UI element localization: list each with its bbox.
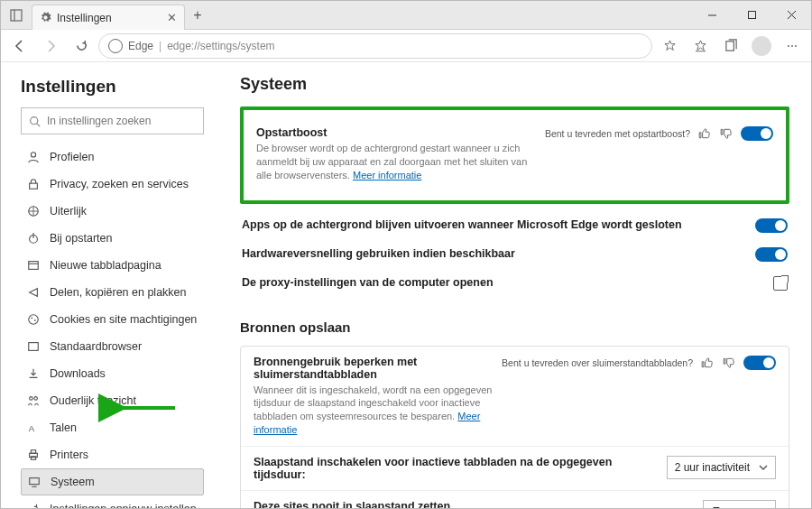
svg-text:A: A xyxy=(29,423,35,433)
svg-line-9 xyxy=(37,123,40,125)
nav-share-copy[interactable]: Delen, kopiëren en plakken xyxy=(21,279,204,306)
thumbs-down-icon[interactable] xyxy=(719,126,734,141)
minimize-button[interactable] xyxy=(692,1,732,29)
new-tab-button[interactable]: + xyxy=(185,1,210,29)
nav-printers[interactable]: Printers xyxy=(21,441,204,468)
language-icon: A xyxy=(26,421,41,434)
download-icon xyxy=(26,367,41,380)
nav-profiles[interactable]: Profielen xyxy=(21,143,204,171)
favorites-list-button[interactable] xyxy=(687,32,714,60)
menu-button[interactable]: ⋯ xyxy=(779,32,806,60)
refresh-button[interactable] xyxy=(68,32,95,60)
nav-reset[interactable]: Instellingen opnieuw instellen xyxy=(21,495,204,508)
svg-rect-7 xyxy=(725,42,733,51)
sleeping-tabs-title: Bronnengebruik beperken met sluimerstand… xyxy=(254,356,494,381)
startup-boost-desc: De browser wordt op de achtergrond gesta… xyxy=(256,142,538,182)
startup-more-link[interactable]: Meer informatie xyxy=(353,170,421,180)
power-icon xyxy=(26,232,41,245)
sidebar-heading: Instellingen xyxy=(21,77,204,97)
nav-default-browser[interactable]: Standaardbrowser xyxy=(21,333,204,360)
printer-icon xyxy=(26,449,41,461)
thumbs-up-icon[interactable] xyxy=(697,126,712,141)
forward-button xyxy=(37,32,64,60)
close-window-button[interactable] xyxy=(771,1,811,29)
svg-point-18 xyxy=(31,317,32,319)
tab-title: Instellingen xyxy=(57,12,161,24)
sleep-after-select[interactable]: 2 uur inactiviteit xyxy=(667,456,776,479)
search-icon xyxy=(29,116,41,127)
background-apps-toggle[interactable] xyxy=(755,218,788,233)
profile-button[interactable] xyxy=(748,32,775,60)
svg-rect-26 xyxy=(31,457,35,460)
family-icon xyxy=(26,394,41,407)
collections-icon[interactable] xyxy=(1,1,32,29)
address-bar[interactable]: Edge | edge://settings/system xyxy=(98,33,652,59)
title-bar: Instellingen ✕ + xyxy=(1,1,811,30)
browser-tab[interactable]: Instellingen ✕ xyxy=(32,5,185,30)
settings-sidebar: Instellingen In instellingen zoeken Prof… xyxy=(1,62,213,508)
edge-icon xyxy=(108,39,123,53)
open-proxy-settings[interactable] xyxy=(773,276,788,291)
svg-rect-15 xyxy=(29,262,39,270)
add-site-button[interactable]: Toevoegen xyxy=(703,500,776,508)
svg-point-8 xyxy=(31,116,38,124)
hwaccel-toggle[interactable] xyxy=(755,247,788,262)
settings-search[interactable]: In instellingen zoeken xyxy=(21,107,204,134)
resources-panel: Bronnengebruik beperken met sluimerstand… xyxy=(240,346,789,508)
lock-icon xyxy=(26,178,41,190)
search-placeholder: In instellingen zoeken xyxy=(47,115,151,127)
nav-family[interactable]: Ouderlijk toezicht xyxy=(21,387,204,414)
svg-point-19 xyxy=(34,319,36,321)
newtab-icon xyxy=(26,259,41,272)
nav-privacy[interactable]: Privacy, zoeken en services xyxy=(21,171,204,198)
never-sleep-title: Deze sites nooit in slaapstand zetten xyxy=(254,500,696,508)
sleep-after-title: Slaapstand inschakelen voor inactieve ta… xyxy=(254,456,660,481)
nav-downloads[interactable]: Downloads xyxy=(21,360,204,387)
profile-icon xyxy=(26,151,41,163)
favorite-button[interactable] xyxy=(656,32,683,60)
nav-new-tab[interactable]: Nieuwe tabbladpagina xyxy=(21,252,204,279)
nav-languages[interactable]: ATalen xyxy=(21,414,204,441)
browser-icon xyxy=(26,340,41,353)
sleeping-tabs-toggle[interactable] xyxy=(743,356,776,370)
svg-rect-0 xyxy=(11,10,22,21)
svg-rect-25 xyxy=(31,450,35,454)
system-icon xyxy=(27,476,42,488)
omnibox-url: edge://settings/system xyxy=(167,40,274,52)
omnibox-label: Edge xyxy=(128,40,153,52)
svg-point-22 xyxy=(34,397,38,401)
startup-boost-toggle[interactable] xyxy=(741,126,773,141)
maximize-button[interactable] xyxy=(732,1,771,29)
thumbs-down-icon[interactable] xyxy=(722,356,736,370)
gear-icon xyxy=(40,12,51,23)
background-apps-title: Apps op de achtergrond blijven uitvoeren… xyxy=(242,218,748,231)
chevron-down-icon xyxy=(759,463,768,472)
reset-icon xyxy=(26,503,41,508)
toolbar: Edge | edge://settings/system ⋯ xyxy=(1,30,811,62)
startup-boost-title: Opstartboost xyxy=(256,126,538,139)
nav-on-startup[interactable]: Bij opstarten xyxy=(21,225,204,252)
section-heading-resources: Bronnen opslaan xyxy=(240,319,789,335)
hwaccel-title: Hardwareversnelling gebruiken indien bes… xyxy=(242,247,748,260)
collections-button[interactable] xyxy=(717,32,744,60)
back-button[interactable] xyxy=(6,32,33,60)
appearance-icon xyxy=(26,205,41,217)
svg-rect-27 xyxy=(30,478,40,485)
highlight-startup-boost: Opstartboost De browser wordt op de acht… xyxy=(240,106,789,204)
svg-point-17 xyxy=(29,315,39,325)
sleeping-tabs-desc: Wanneer dit is ingeschakeld, wordt na ee… xyxy=(254,384,494,437)
sleeping-feedback: Bent u tevreden over sluimerstandtabblad… xyxy=(502,356,736,370)
section-heading-system: Systeem xyxy=(240,75,789,94)
proxy-title: De proxy-instellingen van de computer op… xyxy=(242,276,766,289)
thumbs-up-icon[interactable] xyxy=(700,356,715,370)
nav-cookies[interactable]: Cookies en site machtigingen xyxy=(21,306,204,333)
nav-appearance[interactable]: Uiterlijk xyxy=(21,198,204,225)
nav-system[interactable]: Systeem xyxy=(21,468,204,495)
close-tab-icon[interactable]: ✕ xyxy=(167,11,177,24)
svg-rect-3 xyxy=(748,12,755,19)
settings-main: Systeem Opstartboost De browser wordt op… xyxy=(213,62,811,508)
svg-rect-20 xyxy=(29,343,39,351)
svg-rect-11 xyxy=(30,183,38,189)
cookie-icon xyxy=(26,313,41,326)
svg-point-10 xyxy=(31,153,35,157)
